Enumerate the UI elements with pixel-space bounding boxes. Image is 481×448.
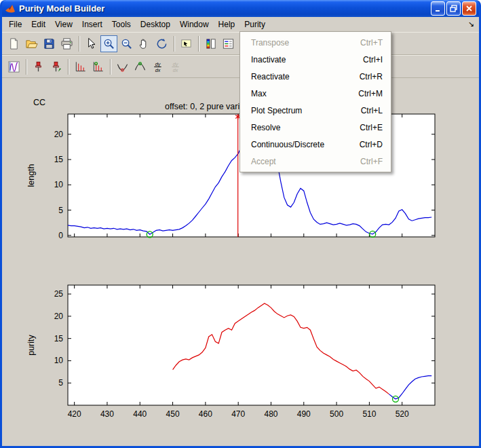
svg-text:dx: dx: [155, 68, 161, 73]
menu-item-label: Continuous/Discrete: [251, 140, 347, 149]
window-title: Purity Model Builder: [19, 3, 429, 14]
pan-button[interactable]: [136, 35, 153, 52]
hand-icon: [138, 37, 151, 50]
print-figure-button[interactable]: [58, 35, 75, 52]
menu-item-max[interactable]: MaxCtrl+M: [240, 85, 391, 102]
legend-icon: [222, 37, 235, 50]
axes-lines-icon: [74, 60, 87, 73]
x-tick-label: 430: [100, 409, 114, 419]
pin-spectrum-button[interactable]: [47, 58, 64, 75]
new-figure-button[interactable]: [5, 35, 22, 52]
pushpin-icon: [32, 60, 45, 73]
x-tick-label: 420: [68, 409, 81, 419]
menu-item-inactivate[interactable]: InactivateCtrl+I: [240, 51, 391, 68]
derivative-icon: dydx: [151, 60, 164, 73]
app-window: Purity Model Builder FileEditViewInsertT…: [0, 0, 481, 448]
svg-text:dx: dx: [173, 68, 178, 73]
open-file-button[interactable]: [23, 35, 40, 52]
titlebar[interactable]: Purity Model Builder: [2, 0, 479, 17]
menu-item-shortcut: Ctrl+F: [360, 157, 383, 166]
menu-help[interactable]: Help: [214, 17, 240, 32]
menu-insert[interactable]: Insert: [77, 17, 107, 32]
close-button[interactable]: [462, 1, 476, 16]
zoom-out-button[interactable]: [118, 35, 135, 52]
menu-item-label: Max: [251, 89, 346, 98]
y-tick-label: 0: [58, 231, 63, 240]
pure-variable-plot-button[interactable]: [72, 58, 89, 75]
derivative-off-button: dydx: [167, 58, 184, 75]
min-curve-button[interactable]: [114, 58, 131, 75]
zoom-in-button[interactable]: [100, 35, 117, 52]
y-tick-label: 5: [58, 206, 63, 215]
pure-variable-select-button[interactable]: [90, 58, 107, 75]
x-tick-label: 440: [133, 409, 147, 419]
menubar-overflow-icon[interactable]: ↘: [468, 20, 474, 29]
menu-purity[interactable]: Purity: [239, 17, 270, 32]
x-tick-label: 460: [199, 409, 212, 419]
toolbar-separator: [110, 59, 111, 75]
y-tick-label: 10: [54, 180, 64, 189]
y-tick-label: 10: [54, 356, 64, 365]
menu-view[interactable]: View: [50, 17, 77, 32]
x-tick-label: 450: [166, 409, 180, 419]
menu-item-label: Transpose: [251, 38, 348, 48]
toolbar-separator: [174, 36, 175, 52]
toolbar-separator: [198, 36, 199, 52]
menu-item-shortcut: Ctrl+R: [360, 72, 383, 81]
y-tick-label: 25: [54, 289, 64, 299]
y-tick-label: 15: [54, 334, 64, 343]
restore-button[interactable]: [446, 1, 461, 16]
minimize-button[interactable]: [431, 1, 445, 16]
toolbar-separator: [68, 59, 69, 75]
matlab-logo-icon: [5, 3, 16, 14]
print-icon: [60, 37, 73, 50]
purity-spectrum-button[interactable]: [5, 58, 22, 75]
x-tick-label: 520: [396, 409, 409, 419]
menu-item-accept: AcceptCtrl+F: [240, 153, 391, 170]
menu-file[interactable]: File: [4, 17, 26, 32]
menu-item-label: Resolve: [251, 123, 347, 132]
save-figure-button[interactable]: [41, 35, 58, 52]
axes-corner-label: CC: [33, 98, 45, 107]
y-tick-label: 20: [54, 312, 64, 321]
menu-window[interactable]: Window: [175, 17, 214, 32]
chart-title: offset: 0, 2 pure varia: [165, 102, 244, 111]
edit-plot-button[interactable]: [83, 35, 100, 52]
derivative-disabled-icon: dydx: [169, 60, 182, 73]
curve-max-icon: [134, 60, 147, 73]
x-tick-label: 470: [231, 409, 245, 419]
pointer-icon: [85, 37, 98, 50]
x-tick-label: 490: [297, 409, 311, 419]
purity-chart-container: 4204304404504604704804905005105205101520…: [2, 272, 479, 431]
open-folder-icon: [25, 37, 38, 50]
menu-item-shortcut: Ctrl+M: [358, 89, 383, 98]
data-cursor-button[interactable]: [178, 35, 195, 52]
svg-text:dy: dy: [155, 62, 161, 67]
menu-item-continuous-discrete[interactable]: Continuous/DiscreteCtrl+D: [240, 136, 391, 153]
rotate-3d-button[interactable]: [153, 35, 170, 52]
purity-chart[interactable]: 4204304404504604704804905005105205101520…: [2, 272, 479, 431]
purity-dropdown-menu: TransposeCtrl+TInactivateCtrl+IReactivat…: [239, 31, 391, 172]
menu-desktop[interactable]: Desktop: [136, 17, 175, 32]
insert-colorbar-button[interactable]: [202, 35, 219, 52]
menu-edit[interactable]: Edit: [26, 17, 50, 32]
menu-item-plot-spectrum[interactable]: Plot SpectrumCtrl+L: [240, 102, 391, 119]
menu-tools[interactable]: Tools: [107, 17, 136, 32]
insert-legend-button[interactable]: [220, 35, 237, 52]
derivative-button[interactable]: dydx: [149, 58, 166, 75]
menu-item-reactivate[interactable]: ReactivateCtrl+R: [240, 68, 391, 85]
zoom-out-icon: [120, 37, 133, 50]
menu-item-label: Accept: [251, 157, 348, 166]
menu-item-shortcut: Ctrl+I: [363, 55, 383, 64]
save-icon: [43, 37, 56, 50]
pin-variable-button[interactable]: [30, 58, 47, 75]
menu-item-transpose: TransposeCtrl+T: [240, 34, 391, 51]
menu-item-resolve[interactable]: ResolveCtrl+E: [240, 119, 391, 136]
toolbar-separator: [26, 59, 27, 75]
max-curve-button[interactable]: [132, 58, 149, 75]
menu-item-shortcut: Ctrl+E: [360, 123, 383, 132]
menu-item-shortcut: Ctrl+T: [360, 38, 383, 48]
y-tick-label: 15: [54, 155, 64, 164]
rotate-icon: [155, 37, 168, 50]
y-axis-label: purity: [26, 334, 36, 355]
